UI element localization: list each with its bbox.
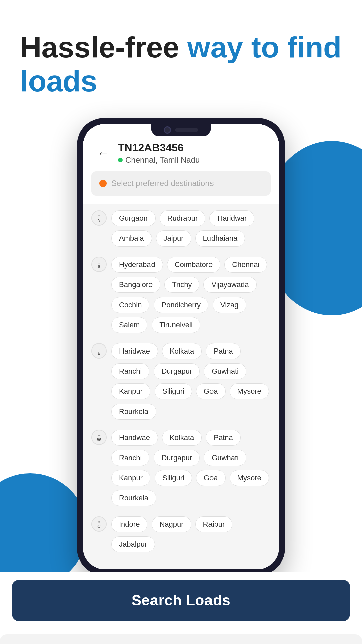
chip-goa[interactable]: Goa xyxy=(196,470,226,486)
chips-wrap-north: GurgaonRudrapurHaridwarAmbalaJaipurLudha… xyxy=(111,210,271,247)
chip-kolkata[interactable]: Kolkata xyxy=(162,343,202,359)
chip-indore[interactable]: Indore xyxy=(111,516,147,532)
chip-haridwar[interactable]: Haridwar xyxy=(209,210,254,226)
phone-screen: ← TN12AB3456 Chennai, Tamil Nadu Select … xyxy=(83,124,279,569)
direction-header-north: ↑NGurgaonRudrapurHaridwarAmbalaJaipurLud… xyxy=(91,210,271,247)
chip-guwhati[interactable]: Guwhati xyxy=(204,450,246,466)
chip-chennai[interactable]: Chennai xyxy=(224,257,267,273)
online-dot-icon xyxy=(118,158,123,162)
direction-badge-north: ↑N xyxy=(91,210,107,226)
chip-coimbatore[interactable]: Coimbatore xyxy=(167,257,221,273)
chip-salem[interactable]: Salem xyxy=(111,317,147,333)
chip-pondicherry[interactable]: Pondicherry xyxy=(154,297,208,313)
chip-kolkata[interactable]: Kolkata xyxy=(162,430,202,446)
chip-nagpur[interactable]: Nagpur xyxy=(152,516,191,532)
vehicle-info: TN12AB3456 Chennai, Tamil Nadu xyxy=(118,142,200,165)
chips-wrap-west: HaridwaeKolkataPatnaRanchiDurgapurGuwhat… xyxy=(111,430,271,506)
bottom-bar: Search Loads xyxy=(0,572,362,634)
chip-rourkela[interactable]: Rourkela xyxy=(111,490,156,506)
chip-cochin[interactable]: Cochin xyxy=(111,297,149,313)
phone-mockup: ← TN12AB3456 Chennai, Tamil Nadu Select … xyxy=(77,118,285,575)
chip-kanpur[interactable]: Kanpur xyxy=(111,470,150,486)
back-button[interactable]: ← xyxy=(95,145,111,161)
search-placeholder: Select preferred destinations xyxy=(111,179,214,188)
chip-trichy[interactable]: Trichy xyxy=(164,277,199,293)
destinations-list: ↑NGurgaonRudrapurHaridwarAmbalaJaipurLud… xyxy=(83,204,279,569)
direction-section-north: ↑NGurgaonRudrapurHaridwarAmbalaJaipurLud… xyxy=(91,210,271,247)
chip-jabalpur[interactable]: Jabalpur xyxy=(111,536,155,552)
chip-bangalore[interactable]: Bangalore xyxy=(111,277,160,293)
vehicle-number: TN12AB3456 xyxy=(118,142,200,154)
chip-rourkela[interactable]: Rourkela xyxy=(111,404,156,420)
direction-section-south: ↓SHyderabadCoimbatoreChennaiBangaloreTri… xyxy=(91,257,271,333)
chip-rudrapur[interactable]: Rudrapur xyxy=(160,210,206,226)
chip-goa[interactable]: Goa xyxy=(196,383,226,399)
location-text: Chennai, Tamil Nadu xyxy=(125,155,200,165)
headline-blue1: way to find xyxy=(187,31,342,64)
chip-haridwae[interactable]: Haridwae xyxy=(111,430,158,446)
page-title: Hassle-free way to findloads xyxy=(20,30,342,98)
bottom-peek xyxy=(0,634,362,644)
chip-mysore[interactable]: Mysore xyxy=(230,470,269,486)
direction-header-east: →EHaridwaeKolkataPatnaRanchiDurgapurGuwh… xyxy=(91,343,271,420)
chip-ludhaiana[interactable]: Ludhaiana xyxy=(195,230,245,247)
chip-durgapur[interactable]: Durgapur xyxy=(154,450,200,466)
search-input-container: Select preferred destinations xyxy=(83,171,279,204)
chip-gurgaon[interactable]: Gurgaon xyxy=(111,210,156,226)
chip-hyderabad[interactable]: Hyderabad xyxy=(111,257,163,273)
chip-jaipur[interactable]: Jaipur xyxy=(156,230,191,247)
chip-ambala[interactable]: Ambala xyxy=(111,230,152,247)
search-box[interactable]: Select preferred destinations xyxy=(91,171,271,196)
notch-speaker xyxy=(175,128,198,132)
direction-section-central: ○CIndoreNagpurRaipurJabalpur xyxy=(91,516,271,552)
headline-section: Hassle-free way to findloads xyxy=(0,0,362,98)
chip-patna[interactable]: Patna xyxy=(206,430,241,446)
chips-wrap-central: IndoreNagpurRaipurJabalpur xyxy=(111,516,271,552)
direction-header-central: ○CIndoreNagpurRaipurJabalpur xyxy=(91,516,271,552)
phone-wrapper: ← TN12AB3456 Chennai, Tamil Nadu Select … xyxy=(0,118,362,575)
direction-badge-central: ○C xyxy=(91,516,107,532)
chip-vijayawada[interactable]: Vijayawada xyxy=(203,277,256,293)
chip-tirunelveli[interactable]: Tirunelveli xyxy=(152,317,200,333)
direction-badge-west: ←W xyxy=(91,430,107,445)
chip-vizag[interactable]: Vizag xyxy=(213,297,246,313)
notch-camera xyxy=(164,126,171,134)
direction-header-south: ↓SHyderabadCoimbatoreChennaiBangaloreTri… xyxy=(91,257,271,333)
headline-blue2: loads xyxy=(20,64,97,98)
chip-siliguri[interactable]: Siliguri xyxy=(155,383,192,399)
direction-section-west: ←WHaridwaeKolkataPatnaRanchiDurgapurGuwh… xyxy=(91,430,271,506)
chips-wrap-east: HaridwaeKolkataPatnaRanchiDurgapurGuwhat… xyxy=(111,343,271,420)
headline-normal: Hassle-free xyxy=(20,31,187,64)
chip-guwhati[interactable]: Guwhati xyxy=(204,363,246,379)
direction-section-east: →EHaridwaeKolkataPatnaRanchiDurgapurGuwh… xyxy=(91,343,271,420)
vehicle-location: Chennai, Tamil Nadu xyxy=(118,155,200,165)
chip-ranchi[interactable]: Ranchi xyxy=(111,450,149,466)
phone-notch xyxy=(151,124,211,136)
chip-durgapur[interactable]: Durgapur xyxy=(154,363,200,379)
location-icon xyxy=(99,180,107,187)
chip-haridwae[interactable]: Haridwae xyxy=(111,343,158,359)
search-loads-button[interactable]: Search Loads xyxy=(12,580,350,621)
chip-siliguri[interactable]: Siliguri xyxy=(155,470,192,486)
direction-header-west: ←WHaridwaeKolkataPatnaRanchiDurgapurGuwh… xyxy=(91,430,271,506)
chip-raipur[interactable]: Raipur xyxy=(195,516,233,532)
direction-badge-south: ↓S xyxy=(91,257,107,272)
chip-kanpur[interactable]: Kanpur xyxy=(111,383,150,399)
back-arrow-icon: ← xyxy=(97,146,109,160)
chip-ranchi[interactable]: Ranchi xyxy=(111,363,149,379)
chip-mysore[interactable]: Mysore xyxy=(230,383,269,399)
chip-patna[interactable]: Patna xyxy=(206,343,241,359)
chips-wrap-south: HyderabadCoimbatoreChennaiBangaloreTrich… xyxy=(111,257,271,333)
direction-badge-east: →E xyxy=(91,343,107,359)
